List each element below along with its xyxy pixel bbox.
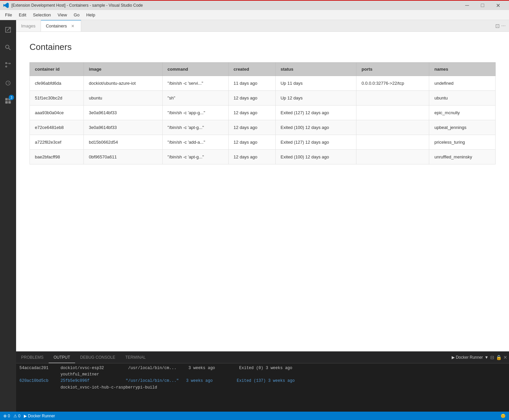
page-title: Containers bbox=[30, 42, 496, 52]
cell-ports bbox=[356, 106, 429, 120]
menu-file[interactable]: File bbox=[2, 11, 15, 19]
menu-bar: File Edit Selection View Go Help bbox=[0, 10, 509, 20]
table-header-row: container id image command created statu… bbox=[30, 63, 496, 76]
output-line-4: dockiot_xvsc-iot-hub-c-raspberrypi-build bbox=[19, 384, 506, 391]
more-actions-icon[interactable]: ··· bbox=[501, 23, 506, 29]
cell-status: Exited (127) 12 days ago bbox=[275, 106, 356, 120]
status-feedback[interactable]: 😊 bbox=[501, 414, 506, 418]
cell-image: dockiot/ubuntu-azure-iot bbox=[84, 76, 163, 91]
minimize-button[interactable]: ─ bbox=[459, 0, 475, 10]
svg-rect-3 bbox=[5, 101, 8, 103]
cell-image: 3e0a9614bf33 bbox=[84, 120, 163, 135]
window-title: [Extension Development Host] - Container… bbox=[11, 3, 459, 8]
close-panel-icon[interactable]: ✕ bbox=[503, 355, 507, 360]
status-runner[interactable]: ▶ Docker Runner bbox=[24, 414, 55, 418]
cell-status: Up 11 days bbox=[275, 76, 356, 91]
sidebar-item-explorer[interactable] bbox=[0, 22, 16, 38]
sidebar-item-search[interactable] bbox=[0, 40, 16, 56]
status-warnings[interactable]: ⚠ 0 bbox=[13, 414, 20, 418]
panel-tab-terminal[interactable]: TERMINAL bbox=[120, 352, 151, 363]
cell-command: "/bin/sh -c 'apt-g..." bbox=[162, 120, 228, 135]
panel-tab-debug[interactable]: DEBUG CONSOLE bbox=[75, 352, 120, 363]
tab-bar: Images Containers ✕ ⊡ ··· bbox=[16, 20, 509, 32]
col-header-id: container id bbox=[30, 63, 84, 76]
maximize-button[interactable]: □ bbox=[475, 0, 490, 10]
cell-names: unruffled_meninsky bbox=[429, 150, 496, 164]
table-row[interactable]: 51f1ec30bc2dubuntu"sh"12 days agoUp 12 d… bbox=[30, 91, 496, 106]
sidebar-item-debug[interactable] bbox=[0, 75, 16, 91]
menu-selection[interactable]: Selection bbox=[30, 11, 54, 19]
col-header-ports: ports bbox=[356, 63, 429, 76]
menu-help[interactable]: Help bbox=[83, 11, 99, 19]
status-errors[interactable]: ⊗ 0 bbox=[3, 414, 10, 418]
panel-tab-problems[interactable]: PROBLEMS bbox=[16, 352, 49, 363]
panel-tab-output[interactable]: OUTPUT bbox=[49, 352, 75, 363]
cell-command: "sh" bbox=[162, 91, 228, 106]
cell-created: 12 days ago bbox=[228, 120, 275, 135]
panel-tabs: PROBLEMS OUTPUT DEBUG CONSOLE TERMINAL ▶… bbox=[16, 352, 509, 363]
cell-image: 3e0a9614bf33 bbox=[84, 106, 163, 120]
panel: PROBLEMS OUTPUT DEBUG CONSOLE TERMINAL ▶… bbox=[16, 351, 509, 412]
menu-view[interactable]: View bbox=[54, 11, 70, 19]
tab-images-label: Images bbox=[21, 23, 36, 28]
col-header-command: command bbox=[162, 63, 228, 76]
editor-area: Images Containers ✕ ⊡ ··· Containers con… bbox=[16, 20, 509, 412]
cell-command: "/bin/sh -c 'app-g..." bbox=[162, 106, 228, 120]
cell-id: a722f82e3cef bbox=[30, 135, 84, 150]
tab-bar-actions: ⊡ ··· bbox=[492, 20, 509, 31]
lock-scroll-icon[interactable]: 🔒 bbox=[496, 355, 502, 360]
cell-command: "/bin/sh -c 'add-a..." bbox=[162, 135, 228, 150]
cell-created: 11 days ago bbox=[228, 76, 275, 91]
activity-bar: 3 bbox=[0, 20, 16, 412]
split-editor-icon[interactable]: ⊡ bbox=[495, 23, 500, 29]
cell-id: e72ce6481eb8 bbox=[30, 120, 84, 135]
status-bar-left: ⊗ 0 ⚠ 0 ▶ Docker Runner bbox=[3, 414, 55, 418]
runner-dropdown-icon[interactable]: ▼ bbox=[485, 355, 489, 360]
output-line-3: 620ac10bd5cb 25fb5e9c096f "/usr/local/bi… bbox=[19, 378, 506, 384]
cell-created: 12 days ago bbox=[228, 150, 275, 164]
cell-created: 12 days ago bbox=[228, 135, 275, 150]
app-body: 3 Images Containers ✕ ⊡ ··· Containers bbox=[0, 20, 509, 412]
cell-image: bd15b0662d54 bbox=[84, 135, 163, 150]
table-row[interactable]: bae2bfacff980bf96570a611"/bin/sh -c 'apt… bbox=[30, 150, 496, 164]
runner-select: ▶ Docker Runner ▼ bbox=[452, 355, 489, 360]
tab-images[interactable]: Images bbox=[16, 20, 41, 31]
cell-status: Exited (100) 12 days ago bbox=[275, 120, 356, 135]
tab-containers-label: Containers bbox=[46, 23, 67, 28]
tab-containers[interactable]: Containers ✕ bbox=[41, 20, 81, 31]
menu-edit[interactable]: Edit bbox=[15, 11, 30, 19]
status-bar: ⊗ 0 ⚠ 0 ▶ Docker Runner 😊 bbox=[0, 412, 509, 420]
status-bar-right: 😊 bbox=[501, 414, 506, 418]
cell-ports bbox=[356, 120, 429, 135]
cell-ports: 0.0.0.0:32776->22/tcp bbox=[356, 76, 429, 91]
tab-containers-close[interactable]: ✕ bbox=[70, 23, 76, 29]
menu-go[interactable]: Go bbox=[70, 11, 83, 19]
sidebar-item-extensions[interactable]: 3 bbox=[0, 93, 16, 109]
svg-rect-4 bbox=[8, 101, 11, 103]
table-row[interactable]: e72ce6481eb83e0a9614bf33"/bin/sh -c 'apt… bbox=[30, 120, 496, 135]
table-row[interactable]: a722f82e3cefbd15b0662d54"/bin/sh -c 'add… bbox=[30, 135, 496, 150]
cell-command: "/bin/sh -c 'apt-g..." bbox=[162, 150, 228, 164]
col-header-names: names bbox=[429, 63, 496, 76]
output-line-2: youthful_meitner bbox=[19, 371, 506, 378]
cell-command: "/bin/sh -c 'servi..." bbox=[162, 76, 228, 91]
cell-ports bbox=[356, 135, 429, 150]
close-button[interactable]: ✕ bbox=[490, 0, 506, 10]
cell-names: undefined bbox=[429, 76, 496, 91]
clear-output-icon[interactable]: ⊟ bbox=[490, 355, 494, 360]
containers-table: container id image command created statu… bbox=[30, 62, 496, 164]
cell-created: 12 days ago bbox=[228, 106, 275, 120]
col-header-status: status bbox=[275, 63, 356, 76]
cell-image: ubuntu bbox=[84, 91, 163, 106]
cell-names: ubuntu bbox=[429, 91, 496, 106]
runner-label: ▶ Docker Runner bbox=[452, 355, 483, 360]
cell-status: Exited (127) 12 days ago bbox=[275, 135, 356, 150]
sidebar-item-source-control[interactable] bbox=[0, 57, 16, 73]
col-header-image: image bbox=[84, 63, 163, 76]
table-row[interactable]: aaa93b0a04ce3e0a9614bf33"/bin/sh -c 'app… bbox=[30, 106, 496, 120]
cell-image: 0bf96570a611 bbox=[84, 150, 163, 164]
table-row[interactable]: cfe96abfd6dadockiot/ubuntu-azure-iot"/bi… bbox=[30, 76, 496, 91]
cell-status: Exited (100) 12 days ago bbox=[275, 150, 356, 164]
output-line-1: 54accadac201 dockiot/xvsc-esp32 /usr/loc… bbox=[19, 365, 506, 371]
cell-id: cfe96abfd6da bbox=[30, 76, 84, 91]
